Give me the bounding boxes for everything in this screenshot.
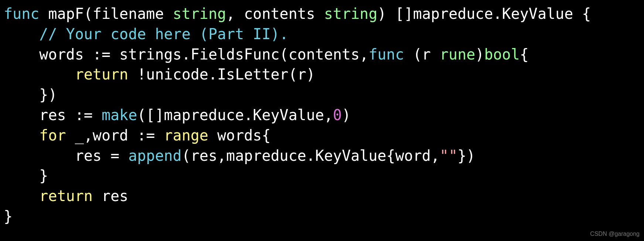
code-text: mapF(filename [39, 5, 173, 22]
type-rune: rune [440, 46, 475, 63]
builtin-make: make [102, 106, 137, 123]
code-text: ([]mapreduce.KeyValue, [137, 106, 333, 123]
comment: // Your code here (Part II). [39, 26, 288, 43]
keyword-return: return [75, 66, 129, 83]
keyword-range: range [164, 127, 208, 144]
keyword-return: return [39, 187, 93, 204]
code-text: ) [342, 106, 351, 123]
code-text: words := strings.FieldsFunc(contents, [39, 46, 368, 63]
type-string: string [324, 5, 378, 22]
builtin-append: append [128, 147, 182, 164]
code-text: (res,mapreduce.KeyValue{word, [182, 147, 440, 164]
keyword-func: func [4, 5, 39, 22]
code-text: ) []mapreduce.KeyValue { [377, 5, 591, 22]
code-text: res := [39, 106, 102, 123]
code-text: res [93, 187, 128, 204]
code-text: ) [475, 46, 484, 63]
code-text: }) [39, 86, 57, 103]
code-text: words{ [208, 127, 271, 144]
code-text: } [39, 167, 48, 184]
code-text: !unicode.IsLetter(r) [128, 66, 315, 83]
number-literal: 0 [333, 106, 342, 123]
type-string: string [173, 5, 226, 22]
code-text: (r [404, 46, 440, 63]
code-text: } [4, 208, 13, 225]
keyword-for: for [39, 127, 66, 144]
code-text: _,word := [66, 127, 164, 144]
string-literal: "" [440, 147, 457, 164]
code-text: { [520, 46, 529, 63]
type-bool: bool [484, 46, 519, 63]
code-block: func mapF(filename string, contents stri… [4, 4, 640, 227]
code-text: res = [75, 147, 129, 164]
keyword-func: func [368, 46, 404, 63]
code-text: }) [457, 147, 475, 164]
code-text: , contents [226, 5, 324, 22]
watermark: CSDN @garagong [590, 230, 640, 238]
